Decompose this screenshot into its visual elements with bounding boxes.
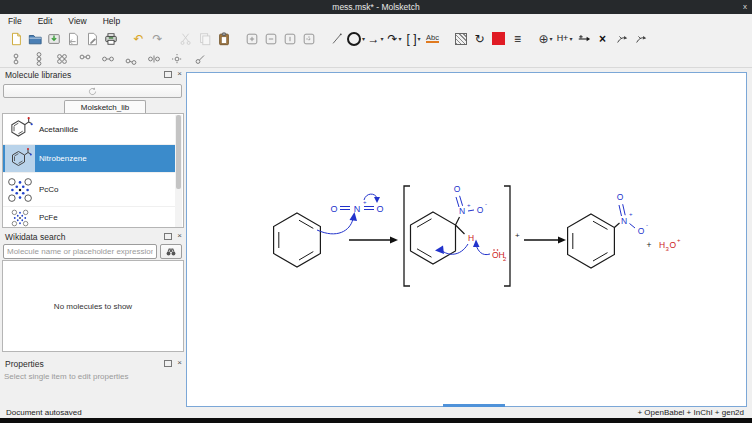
undo-button-icon: ↶ [133,33,143,45]
redo-button[interactable]: ↷ [149,30,166,48]
export-button[interactable] [83,30,100,48]
rotate-tool-icon: ↻ [474,33,484,45]
hatch-tool[interactable] [452,30,469,48]
menu-item-help[interactable]: Help [95,16,128,26]
copy-button-icon [198,32,212,46]
library-scrollbar[interactable] [175,115,182,227]
undo-button[interactable]: ↶ [130,30,147,48]
open-button[interactable] [26,30,43,48]
reaction-arrow-1[interactable] [349,237,398,244]
library-item-acetanilide[interactable]: Acetanilide [3,114,176,145]
dock-float-icon[interactable] [164,360,172,367]
mechanism-arrow-tool-icon: ↷ [387,33,397,45]
rotate-tool[interactable]: ↻ [471,30,488,48]
main-toolbar: ↶↷▾→▾↷▾[ ]▾Abc↻≡⊕▾H+▾× [0,27,752,50]
reaction-arrow-tool-icon: → [368,33,380,45]
zoom-in-button[interactable] [243,30,260,48]
ring-tool-icon [347,32,361,46]
window-close-button[interactable]: x [743,0,747,14]
reactant-benzene[interactable] [274,213,321,267]
mechanism-arrowhead [435,246,444,255]
product-nitrobenzene[interactable]: N + O O - [568,192,648,268]
library-item-pcco[interactable]: PcCo [3,173,176,207]
application-window: mess.msk* - Molsketch x File Edit View H… [0,0,752,423]
ring-tool-dropdown-icon[interactable]: ▾ [362,35,365,42]
wikidata-search-input[interactable] [3,244,157,259]
mechanism-tool-1[interactable] [613,30,630,48]
bracket-tool-dropdown-icon[interactable]: ▾ [418,35,421,42]
draw-tool[interactable] [328,30,345,48]
template-dimer-diagonal-icon [124,52,138,66]
hydronium-o: O [670,240,677,250]
template-atom-cross[interactable] [170,52,184,66]
template-dimer-horizontal[interactable] [101,52,115,66]
new-button[interactable] [7,30,24,48]
delete-tool[interactable]: × [594,30,611,48]
reaction-arrow-tool-dropdown-icon[interactable]: ▾ [381,35,384,42]
intermediate-complex[interactable]: + N + O O - H OH 2 [404,184,520,286]
zoom-reset-button[interactable] [281,30,298,48]
text-tool[interactable]: Abc [424,30,441,48]
save-button[interactable] [45,30,62,48]
line-width-tool[interactable]: ≡ [509,30,526,48]
export-button-icon [85,32,99,46]
dock-float-icon[interactable] [164,71,172,78]
mechanism-arrow-tool-dropdown-icon[interactable]: ▾ [399,35,402,42]
charge-tool[interactable]: ⊕▾ [537,30,554,48]
molecule-thumbnail-icon [5,114,35,144]
reaction-arrow-2[interactable] [524,237,566,244]
mechanism-tool-2-icon [634,32,648,46]
hydrogen-tool-dropdown-icon[interactable]: ▾ [569,35,572,42]
template-atom-bond[interactable] [193,52,207,66]
add-hydrogen-tool[interactable] [575,30,592,48]
hydrogen-tool[interactable]: H+▾ [556,30,573,48]
drawing-canvas[interactable]: O N O + + N [186,72,747,407]
zoom-in-button-icon [245,32,259,46]
ring-tool[interactable]: ▾ [347,30,365,48]
zoom-fit-button[interactable] [300,30,317,48]
mechanism-tool-2[interactable] [632,30,649,48]
template-trimer-vertical[interactable] [32,52,46,66]
cut-button[interactable] [177,30,194,48]
library-item-label: Acetanilide [39,125,78,134]
tab-molsketch-lib[interactable]: Molsketch_lib [64,100,146,113]
paste-button[interactable] [215,30,232,48]
zoom-out-button[interactable] [262,30,279,48]
dock-float-icon[interactable] [164,233,172,240]
bracket-tool[interactable]: [ ]▾ [405,30,422,48]
template-dimer-divided[interactable] [147,52,161,66]
print-button[interactable] [102,30,119,48]
menu-item-view[interactable]: View [60,16,94,26]
hydronium-byproduct[interactable]: + H 3 O + [647,237,681,252]
copy-button[interactable] [196,30,213,48]
text-tool-icon: Abc [426,34,439,44]
menu-item-edit[interactable]: Edit [30,16,61,26]
reaction-arrow-tool[interactable]: →▾ [367,30,384,48]
menu-item-file[interactable]: File [0,16,30,26]
dock-close-icon[interactable]: × [177,70,182,78]
library-item-nitrobenzene[interactable]: Nitrobenzene [3,145,176,173]
template-dimer-top[interactable] [78,52,92,66]
dock-close-icon[interactable]: × [177,232,182,240]
wikidata-search-button[interactable] [160,244,182,259]
template-dimer-diagonal[interactable] [124,52,138,66]
refresh-library-button[interactable] [3,84,182,98]
mechanism-arrow-attack[interactable] [317,212,357,234]
atom-label-o: O [376,204,383,214]
charge-tool-dropdown-icon[interactable]: ▾ [550,35,553,42]
mechanism-arrow-tool[interactable]: ↷▾ [386,30,403,48]
atom-label-o: O [617,192,624,202]
template-dimer-vertical[interactable] [9,52,23,66]
dock-close-icon[interactable]: × [177,359,182,367]
mechanism-tool-1-icon [615,32,629,46]
bracket-charge-label: + [515,231,520,240]
color-swatch-tool[interactable] [490,30,507,48]
library-scrollbar-thumb[interactable] [176,115,181,189]
charge-label: + [363,199,367,205]
nitronium-ion[interactable]: O N O + [330,194,383,214]
save-as-button[interactable] [64,30,81,48]
color-swatch-tool-icon [492,32,505,45]
template-tetramer[interactable] [55,52,69,66]
redo-button-icon: ↷ [152,33,162,45]
library-item-pcfe[interactable]: PcFe [3,207,176,228]
